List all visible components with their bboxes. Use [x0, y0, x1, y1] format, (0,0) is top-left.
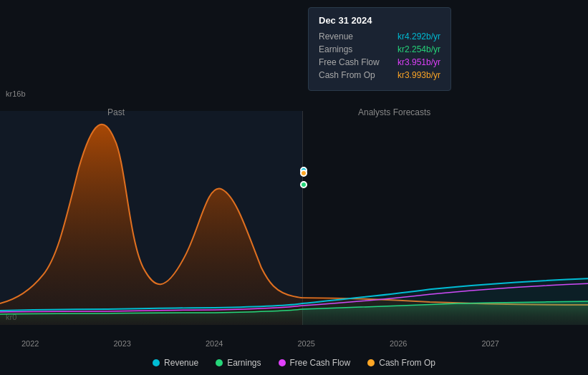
legend-fcf: Free Cash Flow — [279, 358, 351, 368]
tooltip-fcf-label: Free Cash Flow — [319, 57, 380, 67]
tooltip-row-earnings: Earnings kr2.254b/yr — [319, 44, 440, 54]
legend-dot-earnings — [216, 359, 223, 366]
hover-dot-earnings — [300, 181, 307, 188]
tooltip-revenue-label: Revenue — [319, 31, 353, 42]
legend-dot-revenue — [153, 359, 160, 366]
x-label-2027: 2027 — [482, 339, 499, 348]
y-axis-top-label: kr16b — [6, 89, 26, 98]
legend-cashop: Cash From Op — [367, 358, 435, 368]
tooltip-revenue-value: kr4.292b/yr — [397, 31, 440, 42]
tooltip-row-revenue: Revenue kr4.292b/yr — [319, 31, 440, 42]
chart-container: kr16b kr0 Past Analysts Forecasts — [0, 0, 588, 375]
chart-legend: Revenue Earnings Free Cash Flow Cash Fro… — [0, 358, 588, 368]
legend-earnings: Earnings — [216, 358, 261, 368]
legend-dot-cashop — [367, 359, 375, 366]
legend-dot-fcf — [279, 359, 286, 366]
x-axis: 2022 2023 2024 2025 2026 2027 — [0, 339, 588, 348]
legend-label-earnings: Earnings — [227, 358, 261, 368]
legend-label-cashop: Cash From Op — [379, 358, 435, 368]
tooltip-row-fcf: Free Cash Flow kr3.951b/yr — [319, 57, 440, 67]
legend-label-revenue: Revenue — [164, 358, 198, 368]
x-label-2024: 2024 — [206, 339, 223, 348]
hover-dot-cashop — [300, 170, 307, 177]
x-label-2022: 2022 — [21, 339, 39, 348]
chart-svg — [0, 111, 588, 325]
tooltip-earnings-value: kr2.254b/yr — [397, 44, 440, 54]
tooltip-fcf-value: kr3.951b/yr — [397, 57, 440, 67]
tooltip-row-cashop: Cash From Op kr3.993b/yr — [319, 70, 440, 80]
x-label-2023: 2023 — [114, 339, 131, 348]
legend-revenue: Revenue — [153, 358, 198, 368]
tooltip-cashop-value: kr3.993b/yr — [397, 70, 440, 80]
tooltip-earnings-label: Earnings — [319, 44, 352, 54]
x-label-2025: 2025 — [298, 339, 315, 348]
x-label-2026: 2026 — [390, 339, 407, 348]
tooltip-date: Dec 31 2024 — [319, 15, 440, 26]
legend-label-fcf: Free Cash Flow — [290, 358, 351, 368]
tooltip: Dec 31 2024 Revenue kr4.292b/yr Earnings… — [308, 7, 451, 91]
tooltip-cashop-label: Cash From Op — [319, 70, 375, 80]
